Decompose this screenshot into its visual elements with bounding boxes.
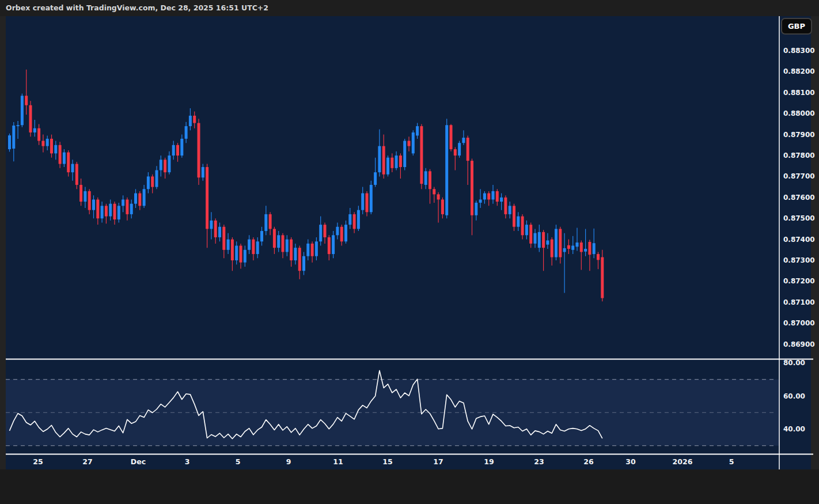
candle-body [227, 240, 230, 250]
candle-body [8, 135, 11, 149]
candle-body [294, 248, 297, 260]
candle-body [113, 204, 116, 219]
candle-body [588, 242, 591, 255]
candle-body [92, 199, 95, 210]
time-axis-label: 11 [333, 457, 343, 466]
candle-body [584, 249, 587, 252]
candle-body [143, 189, 146, 206]
candle-body [382, 146, 385, 175]
candle-body [202, 167, 204, 177]
candle-body [290, 240, 293, 260]
candle-body [357, 210, 360, 229]
candle-body [206, 167, 208, 229]
candle-body [147, 176, 150, 189]
candle-body [420, 126, 423, 184]
tradingview-chart-window: Orbex created with TradingView.com, Dec … [0, 0, 819, 504]
candle-body [361, 194, 364, 210]
candle-body [260, 231, 263, 241]
chart-canvas[interactable] [0, 0, 819, 504]
time-axis-label: 25 [33, 457, 43, 466]
candle-body [471, 161, 473, 215]
candle-body [390, 158, 393, 168]
candle-body [96, 199, 99, 218]
candle-body [416, 126, 419, 135]
candle-body [559, 229, 562, 257]
candle-body [433, 189, 435, 194]
candle-body [424, 171, 427, 185]
candle-body [525, 225, 528, 235]
candle-body [336, 227, 339, 236]
candle-body [500, 198, 503, 202]
candle-body [180, 139, 183, 156]
time-axis-label: 5 [729, 457, 734, 466]
candle-body [513, 206, 515, 226]
symbol-badge[interactable]: GBP [781, 18, 812, 35]
candle-body [282, 235, 285, 252]
candle-body [189, 116, 192, 126]
candle-body [63, 153, 66, 164]
candle-body [429, 171, 431, 189]
candle-body [348, 214, 351, 225]
candle-body [67, 153, 70, 173]
candle-body [374, 172, 377, 185]
time-axis[interactable]: 2527Dec3591115171923263020265 [0, 457, 779, 470]
candle-body [130, 204, 133, 214]
candle-body [538, 232, 541, 248]
candle-body [311, 244, 314, 256]
time-axis-label: 17 [433, 457, 443, 466]
candle-body [386, 158, 389, 175]
candle-body [399, 156, 402, 167]
candle-body [17, 125, 20, 126]
candle-body [172, 145, 175, 156]
candle-body [134, 194, 137, 204]
candle-body [458, 143, 461, 156]
candle-body [370, 185, 373, 212]
candle-body [551, 240, 553, 257]
candle-body [353, 214, 356, 229]
candle-body [483, 194, 486, 200]
candle-body [222, 227, 225, 250]
candle-body [138, 194, 141, 206]
candle-body [324, 225, 327, 237]
candle-body [517, 217, 520, 227]
candle-body [176, 145, 179, 156]
candle-body [25, 96, 28, 105]
time-axis-label: 2026 [673, 457, 693, 466]
time-axis-label: 15 [382, 457, 392, 466]
candle-body [328, 237, 331, 254]
candle-body [542, 232, 545, 248]
candle-body [214, 221, 217, 237]
time-axis-label: 3 [185, 457, 190, 466]
candle-body [286, 240, 289, 252]
candle-body [244, 250, 247, 263]
candle-body [256, 241, 259, 254]
candle-body [546, 240, 549, 244]
candle-body [408, 141, 411, 146]
time-axis-label: 23 [534, 457, 544, 466]
candle-body [492, 191, 495, 200]
candle-body [529, 225, 532, 244]
candle-body [467, 138, 469, 161]
candle-body [46, 139, 49, 146]
candle-body [122, 199, 124, 206]
candle-body [576, 242, 579, 247]
candle-body [593, 243, 596, 254]
candle-body [302, 256, 305, 271]
candle-body [264, 214, 267, 231]
candle-body [403, 141, 406, 168]
candle-body [298, 248, 301, 271]
candle-body [521, 217, 524, 236]
candle-body [101, 206, 104, 218]
candle-body [71, 164, 74, 173]
candle-body [231, 240, 234, 260]
candle-body [487, 194, 490, 200]
candle-body [340, 227, 343, 241]
candle-body [462, 138, 465, 143]
time-axis-label: 19 [484, 457, 494, 466]
candle-body [84, 191, 86, 202]
candle-body [41, 141, 44, 146]
bottom-bar: TradingView [0, 469, 819, 504]
candle-body [21, 96, 24, 125]
candle-body [332, 235, 335, 254]
candle-body [29, 105, 32, 132]
